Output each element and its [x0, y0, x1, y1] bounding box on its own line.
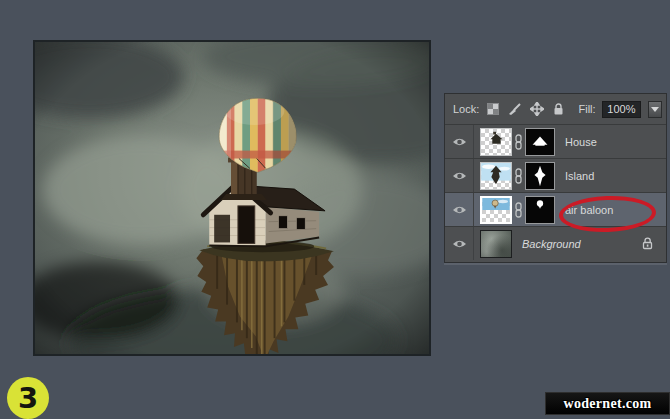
layer-row-island[interactable]: Island — [445, 158, 666, 192]
fill-value-dropdown[interactable]: 100% — [602, 101, 642, 118]
layer-mask-thumbnail-air-baloon[interactable] — [525, 196, 555, 224]
watermark-text: wodernet.com — [564, 396, 652, 412]
layers-lock-toolbar: Lock: Fill: 100% — [445, 94, 666, 124]
fill-value: 100% — [607, 103, 635, 115]
layer-mask-link-icon[interactable] — [513, 167, 523, 185]
layer-mask-link-icon[interactable] — [513, 133, 523, 151]
eye-icon — [452, 137, 467, 147]
lock-position-move-icon[interactable] — [529, 102, 545, 117]
eye-icon — [452, 171, 467, 181]
chevron-down-icon — [651, 107, 659, 112]
layer-mask-thumbnail-house[interactable] — [525, 128, 555, 156]
layers-panel: Lock: Fill: 100% — [444, 93, 667, 263]
visibility-toggle[interactable] — [445, 227, 474, 260]
layer-name[interactable]: air baloon — [565, 204, 613, 216]
lock-label: Lock: — [453, 103, 479, 115]
layer-row-background[interactable]: Background — [445, 226, 666, 260]
lock-all-padlock-icon[interactable] — [551, 102, 567, 117]
layer-row-house[interactable]: House — [445, 124, 666, 158]
visibility-toggle[interactable] — [445, 125, 474, 158]
step-number: 3 — [18, 381, 38, 415]
layer-name[interactable]: House — [565, 136, 597, 148]
layer-mask-link-icon[interactable] — [513, 201, 523, 219]
vignette — [35, 42, 429, 354]
fill-label: Fill: — [578, 103, 595, 115]
lock-transparency-icon[interactable] — [485, 102, 501, 117]
fill-dropdown-arrow[interactable] — [648, 101, 662, 118]
layer-row-air-baloon[interactable]: air baloon — [445, 192, 666, 226]
layer-thumbnail-air-baloon[interactable] — [480, 196, 512, 224]
artwork-scene — [35, 42, 429, 354]
layer-mask-thumbnail-island[interactable] — [525, 162, 555, 190]
visibility-toggle[interactable] — [445, 159, 474, 192]
layer-name[interactable]: Background — [522, 238, 581, 250]
layer-name[interactable]: Island — [565, 170, 594, 182]
layer-thumbnail-background[interactable] — [480, 230, 512, 258]
eye-icon — [452, 205, 467, 215]
layer-thumbnail-house[interactable] — [480, 128, 512, 156]
layer-thumbnail-island[interactable] — [480, 162, 512, 190]
background-locked-padlock-icon — [642, 237, 653, 250]
step-badge: 3 — [7, 377, 49, 419]
eye-icon — [452, 239, 467, 249]
lock-paint-brush-icon[interactable] — [507, 102, 523, 117]
visibility-toggle[interactable] — [445, 193, 474, 226]
document-canvas[interactable] — [33, 40, 431, 356]
watermark: wodernet.com — [545, 392, 670, 415]
screen: Lock: Fill: 100% — [0, 0, 670, 419]
